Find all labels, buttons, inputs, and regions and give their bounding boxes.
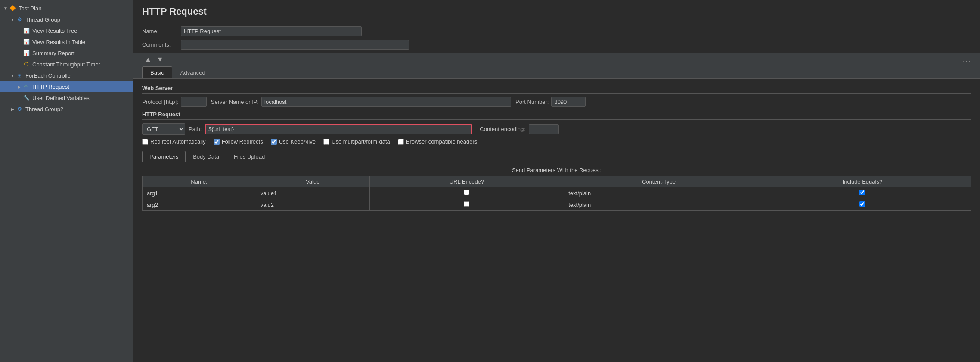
item-icon-http-request: ✏ xyxy=(22,83,30,90)
tree-item-test-plan[interactable]: ▼🔶Test Plan xyxy=(0,3,133,14)
params-table: Name: Value URL Encode? Content-Type Inc… xyxy=(142,176,971,211)
sub-tab-files-upload[interactable]: Files Upload xyxy=(226,151,272,162)
port-input[interactable] xyxy=(551,97,586,107)
sub-tab-parameters[interactable]: Parameters xyxy=(142,151,186,162)
item-label-view-results-tree: View Results Tree xyxy=(32,28,78,34)
item-label-constant-timer: Constant Throughput Timer xyxy=(32,61,100,68)
item-label-view-results-table: View Results in Table xyxy=(32,39,85,45)
http-request-section: HTTP Request GET POST PUT DELETE Path: C… xyxy=(142,111,971,145)
cell-urlencode-1[interactable] xyxy=(369,199,564,211)
comments-row: Comments: xyxy=(142,40,971,50)
includeequals-checkbox-0[interactable] xyxy=(859,190,865,195)
tab-advanced[interactable]: Advanced xyxy=(172,66,214,78)
name-label: Name: xyxy=(142,28,181,34)
col-value-header: Value xyxy=(256,176,369,187)
cell-name-1: arg2 xyxy=(143,199,256,211)
browser-headers-item[interactable]: Browser-compatible headers xyxy=(398,138,477,145)
follow-redirects-label: Follow Redirects xyxy=(222,138,263,145)
multipart-item[interactable]: Use multipart/form-data xyxy=(323,138,390,145)
cell-contenttype-0: text/plain xyxy=(564,187,754,199)
expand-arrow-thread-group2[interactable]: ▶ xyxy=(9,107,16,112)
urlencode-checkbox-0[interactable] xyxy=(464,190,469,195)
protocol-label: Protocol [http]: xyxy=(142,99,178,105)
tree-item-http-request[interactable]: ▶✏HTTP Request xyxy=(0,81,133,92)
multipart-label: Use multipart/form-data xyxy=(332,138,390,145)
item-label-user-defined-vars: User Defined Variables xyxy=(32,95,90,101)
server-label: Server Name or IP: xyxy=(211,99,259,105)
includeequals-checkbox-1[interactable] xyxy=(859,201,865,207)
expand-arrow-thread-group[interactable]: ▼ xyxy=(9,17,16,22)
follow-redirects-checkbox[interactable] xyxy=(214,139,220,145)
browser-headers-label: Browser-compatible headers xyxy=(406,138,477,145)
tree-item-summary-report[interactable]: 📊Summary Report xyxy=(0,47,133,59)
cell-includeequals-1[interactable] xyxy=(754,199,971,211)
item-label-foreach-controller: ForEach Controller xyxy=(25,72,72,79)
expand-arrow-http-request[interactable]: ▶ xyxy=(16,84,22,89)
follow-redirects-item[interactable]: Follow Redirects xyxy=(214,138,263,145)
right-panel: HTTP Request Name: Comments: ▲ ▼ ... Bas… xyxy=(133,0,980,362)
comments-input[interactable] xyxy=(181,40,409,50)
web-server-row: Protocol [http]: Server Name or IP: Port… xyxy=(142,97,971,107)
keepalive-item[interactable]: Use KeepAlive xyxy=(271,138,316,145)
cell-value-0: value1 xyxy=(256,187,369,199)
tree-item-view-results-table[interactable]: 📊View Results in Table xyxy=(0,36,133,47)
tree-item-view-results-tree[interactable]: 📊View Results Tree xyxy=(0,25,133,36)
table-row: arg1value1text/plain xyxy=(143,187,971,199)
server-input[interactable] xyxy=(261,97,511,107)
cell-urlencode-0[interactable] xyxy=(369,187,564,199)
cell-name-0: arg1 xyxy=(143,187,256,199)
protocol-group: Protocol [http]: xyxy=(142,97,207,107)
cell-includeequals-0[interactable] xyxy=(754,187,971,199)
http-request-section-title: HTTP Request xyxy=(142,111,971,120)
item-icon-thread-group: ⚙ xyxy=(16,16,23,23)
browser-headers-checkbox[interactable] xyxy=(398,139,404,145)
checkboxes-row: Redirect Automatically Follow Redirects … xyxy=(142,138,971,145)
cell-contenttype-1: text/plain xyxy=(564,199,754,211)
protocol-input[interactable] xyxy=(181,97,207,107)
cell-value-1: valu2 xyxy=(256,199,369,211)
path-label: Path: xyxy=(189,126,202,132)
method-select[interactable]: GET POST PUT DELETE xyxy=(142,123,185,135)
comments-label: Comments: xyxy=(142,41,181,48)
multipart-checkbox[interactable] xyxy=(323,139,329,145)
encoding-input[interactable] xyxy=(529,124,559,134)
toolbar-dots: ... xyxy=(963,56,971,63)
item-icon-test-plan: 🔶 xyxy=(9,4,16,12)
left-panel: ▼🔶Test Plan▼⚙Thread Group📊View Results T… xyxy=(0,0,133,362)
item-icon-view-results-table: 📊 xyxy=(22,38,30,46)
encoding-label: Content encoding: xyxy=(480,126,525,132)
tree-item-thread-group2[interactable]: ▶⚙Thread Group2 xyxy=(0,103,133,115)
keepalive-label: Use KeepAlive xyxy=(279,138,316,145)
item-label-thread-group: Thread Group xyxy=(25,16,60,23)
expand-arrow-foreach-controller[interactable]: ▼ xyxy=(9,73,16,78)
item-label-test-plan: Test Plan xyxy=(19,5,41,12)
toolbar-down-btn[interactable]: ▼ xyxy=(154,55,166,64)
content-area: Web Server Protocol [http]: Server Name … xyxy=(133,79,980,362)
sub-tab-body-data[interactable]: Body Data xyxy=(186,151,226,162)
tree-item-constant-timer[interactable]: ⏱Constant Throughput Timer xyxy=(0,59,133,70)
form-section: Name: Comments: xyxy=(133,22,980,53)
tabs-bar: Basic Advanced xyxy=(133,66,980,79)
item-icon-user-defined-vars: 🔧 xyxy=(22,94,30,102)
redirect-auto-checkbox[interactable] xyxy=(142,139,148,145)
tree-item-foreach-controller[interactable]: ▼⊞ForEach Controller xyxy=(0,70,133,81)
item-label-summary-report: Summary Report xyxy=(32,50,74,56)
item-icon-foreach-controller: ⊞ xyxy=(16,72,23,79)
item-icon-constant-timer: ⏱ xyxy=(22,60,30,68)
col-urlencode-header: URL Encode? xyxy=(369,176,564,187)
tree-item-thread-group[interactable]: ▼⚙Thread Group xyxy=(0,14,133,25)
urlencode-checkbox-1[interactable] xyxy=(464,201,469,207)
col-name-header: Name: xyxy=(143,176,256,187)
item-icon-view-results-tree: 📊 xyxy=(22,27,30,34)
toolbar-up-btn[interactable]: ▲ xyxy=(142,55,154,64)
keepalive-checkbox[interactable] xyxy=(271,139,277,145)
expand-arrow-test-plan[interactable]: ▼ xyxy=(3,6,9,11)
method-row: GET POST PUT DELETE Path: Content encodi… xyxy=(142,123,971,135)
tab-basic[interactable]: Basic xyxy=(142,66,172,78)
tree-item-user-defined-vars[interactable]: 🔧User Defined Variables xyxy=(0,92,133,103)
redirect-auto-item[interactable]: Redirect Automatically xyxy=(142,138,206,145)
col-contenttype-header: Content-Type xyxy=(564,176,754,187)
item-label-http-request: HTTP Request xyxy=(32,84,69,90)
name-input[interactable] xyxy=(181,26,362,36)
path-input[interactable] xyxy=(205,124,472,134)
